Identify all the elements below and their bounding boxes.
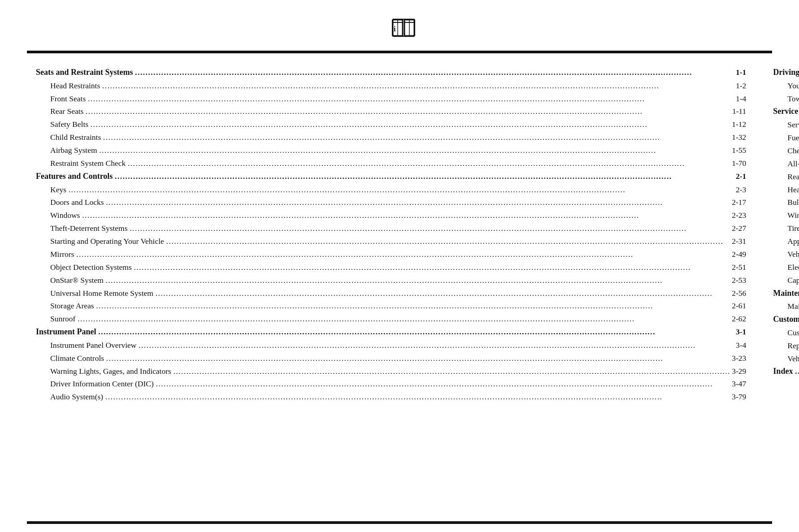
toc-page: 3-79 xyxy=(732,390,746,403)
toc-dots: …………………………………………………………………………………………………………… xyxy=(85,105,730,118)
toc-dots: …………………………………………………………………………………………………………… xyxy=(130,222,730,235)
toc-dots: …………………………………………………………………………………………………………… xyxy=(82,209,730,222)
toc-label: Bulb Replacement xyxy=(787,196,799,209)
toc-subentry[interactable]: All-Wheel Drive ………………………………………………………………… xyxy=(773,157,799,170)
toc-page: 3-23 xyxy=(732,352,746,365)
toc-subentry[interactable]: Restraint System Check ……………………………………………… xyxy=(36,157,746,170)
toc-subentry[interactable]: Fuel ……………………………………………………………………………………………… xyxy=(773,131,799,144)
toc-subentry[interactable]: Keys ……………………………………………………………………………………………… xyxy=(36,183,746,196)
toc-subentry[interactable]: Mirrors ……………………………………………………………………………………… xyxy=(36,248,746,261)
toc-subentry[interactable]: OnStar® System …………………………………………………………………… xyxy=(36,274,746,287)
toc-page: 2-53 xyxy=(732,274,746,287)
toc-subentry[interactable]: Bulb Replacement ……………………………………………………………… xyxy=(773,196,799,209)
toc-dots: …………………………………………………………………………………………………………… xyxy=(155,287,730,300)
toc-label: Starting and Operating Your Vehicle xyxy=(50,235,164,248)
toc-subentry[interactable]: Headlamp Aiming ………………………………………………………………… xyxy=(773,183,799,196)
toc-subentry[interactable]: Child Restraints ……………………………………………………………… xyxy=(36,131,746,144)
toc-page: 1-55 xyxy=(732,144,746,157)
toc-page: 2-56 xyxy=(732,287,746,300)
toc-label: Warning Lights, Gages, and Indicators xyxy=(50,365,171,378)
toc-subentry[interactable]: Windshield Wiper Blade Replacement ……………… xyxy=(773,209,799,222)
toc-label: Theft-Deterrent Systems xyxy=(50,222,128,235)
toc-subentry[interactable]: Warning Lights, Gages, and Indicators ……… xyxy=(36,365,746,378)
toc-page: 1-12 xyxy=(732,118,746,131)
toc-subentry[interactable]: Vehicle Data Recording and Privacy ……………… xyxy=(773,352,799,365)
toc-label: Checking Things Under the Hood xyxy=(787,144,799,157)
toc-subentry[interactable]: Starting and Operating Your Vehicle …………… xyxy=(36,235,746,248)
toc-subentry[interactable]: Customer Assistance and Information …………… xyxy=(773,326,799,339)
toc-subentry[interactable]: Appearance Care ………………………………………………………………… xyxy=(773,235,799,248)
toc-subentry[interactable]: Tires …………………………………………………………………………………………… xyxy=(773,222,799,235)
toc-subentry[interactable]: Maintenance Schedule …………………………………………………… xyxy=(773,300,799,313)
toc-label: Vehicle Identification xyxy=(787,248,799,261)
toc-label: Audio System(s) xyxy=(50,390,103,403)
toc-label: Rear Seats xyxy=(50,105,83,118)
toc-label: Headlamp Aiming xyxy=(787,183,799,196)
toc-subentry[interactable]: Safety Belts ………………………………………………………………………… xyxy=(36,118,746,131)
toc-label: Customer Assistance and Information xyxy=(787,326,799,339)
toc-subentry[interactable]: Storage Areas ……………………………………………………………………… xyxy=(36,299,746,312)
toc-subentry[interactable]: Windows ……………………………………………………………………………………… xyxy=(36,209,746,222)
toc-subentry[interactable]: Driver Information Center (DIC) ……………………… xyxy=(36,377,746,390)
toc-dots: …………………………………………………………………………………………………………… xyxy=(96,299,730,312)
toc-subentry[interactable]: Rear Seats ……………………………………………………………………………… xyxy=(36,105,746,118)
toc-label: Restraint System Check xyxy=(50,157,126,170)
toc-subentry[interactable]: Universal Home Remote System ……………………………… xyxy=(36,287,746,300)
toc-right-column: Driving Your Vehicle …………………………………………………… xyxy=(773,66,799,512)
toc-label: Windshield Wiper Blade Replacement xyxy=(787,209,799,222)
toc-dots: …………………………………………………………………………………………………………… xyxy=(76,248,730,261)
toc-section[interactable]: Service and Appearance Care ………………………………… xyxy=(773,105,799,118)
toc-subentry[interactable]: Service ……………………………………………………………………………………… xyxy=(773,118,799,131)
toc-dots: …………………………………………………………………………………………………………… xyxy=(135,66,734,79)
toc-label: Maintenance Schedule xyxy=(773,287,799,300)
toc-section[interactable]: Driving Your Vehicle …………………………………………………… xyxy=(773,66,799,79)
svg-text:i: i xyxy=(394,25,396,33)
toc-subentry[interactable]: Rear Axle ………………………………………………………………………………… xyxy=(773,170,799,183)
toc-dots: …………………………………………………………………………………………………………… xyxy=(173,365,730,378)
toc-label: Reporting Safety Defects xyxy=(787,339,799,352)
toc-dots: …………………………………………………………………………………………………………… xyxy=(114,170,734,183)
toc-subentry[interactable]: Front Seats …………………………………………………………………………… xyxy=(36,92,746,105)
toc-subentry[interactable]: Head Restraints ………………………………………………………………… xyxy=(36,79,746,92)
toc-label: Instrument Panel xyxy=(36,325,96,339)
toc-dots: …………………………………………………………………………………………………………… xyxy=(134,261,730,274)
toc-subentry[interactable]: Checking Things Under the Hood ………………………… xyxy=(773,144,799,157)
toc-label: Sunroof xyxy=(50,312,75,325)
book-icon: i xyxy=(392,18,415,43)
toc-label: OnStar® System xyxy=(50,274,104,287)
toc-subentry[interactable]: Audio System(s) ………………………………………………………………… xyxy=(36,390,746,403)
toc-subentry[interactable]: Reporting Safety Defects ………………………………………… xyxy=(773,339,799,352)
toc-subentry[interactable]: Airbag System ……………………………………………………………………… xyxy=(36,144,746,157)
toc-subentry[interactable]: Instrument Panel Overview ……………………………………… xyxy=(36,339,746,352)
toc-dots: …………………………………………………………………………………………………………… xyxy=(106,352,730,365)
toc-section[interactable]: Instrument Panel ……………………………………………………………… xyxy=(36,325,746,339)
toc-section[interactable]: Seats and Restraint Systems ………………………………… xyxy=(36,66,746,79)
toc-subentry[interactable]: Vehicle Identification ……………………………………………… xyxy=(773,248,799,261)
toc-label: Your Driving, the Road, and Your Vehicle xyxy=(787,79,799,92)
toc-subentry[interactable]: Climate Controls ……………………………………………………………… xyxy=(36,352,746,365)
toc-section[interactable]: Maintenance Schedule …………………………………………………… xyxy=(773,287,799,300)
toc-label: Service and Appearance Care xyxy=(773,105,799,118)
toc-page: 1-1 xyxy=(736,66,746,79)
toc-dots: …………………………………………………………………………………………………………… xyxy=(166,235,730,248)
toc-section[interactable]: Features and Controls ………………………………………………… xyxy=(36,170,746,183)
toc-subentry[interactable]: Object Detection Systems ………………………………………… xyxy=(36,261,746,274)
toc-dots: …………………………………………………………………………………………………………… xyxy=(127,157,730,170)
toc-section[interactable]: Customer Assistance Information ……………………… xyxy=(773,313,799,326)
toc-subentry[interactable]: Capacities and Specifications …………………………… xyxy=(773,274,799,287)
toc-dots: …………………………………………………………………………………………………………… xyxy=(103,131,730,144)
toc-subentry[interactable]: Electrical System …………………………………………………………… xyxy=(773,261,799,274)
toc-subentry[interactable]: Doors and Locks ………………………………………………………………… xyxy=(36,196,746,209)
toc-dots: …………………………………………………………………………………………………………… xyxy=(102,79,734,92)
toc-label: Instrument Panel Overview xyxy=(50,339,136,352)
toc-section[interactable]: Index …………………………………………………………………………………………… xyxy=(773,365,799,378)
toc-subentry[interactable]: Theft-Deterrent Systems …………………………………………… xyxy=(36,222,746,235)
toc-label: Storage Areas xyxy=(50,299,94,312)
toc-dots: …………………………………………………………………………………………………………… xyxy=(156,377,730,390)
toc-page: 2-62 xyxy=(732,312,746,325)
toc-subentry[interactable]: Your Driving, the Road, and Your Vehicle… xyxy=(773,79,799,92)
toc-page: 2-1 xyxy=(736,170,746,183)
toc-subentry[interactable]: Towing ………………………………………………………………………………………… xyxy=(773,92,799,105)
bottom-divider xyxy=(27,521,772,524)
toc-subentry[interactable]: Sunroof ……………………………………………………………………………………… xyxy=(36,312,746,325)
